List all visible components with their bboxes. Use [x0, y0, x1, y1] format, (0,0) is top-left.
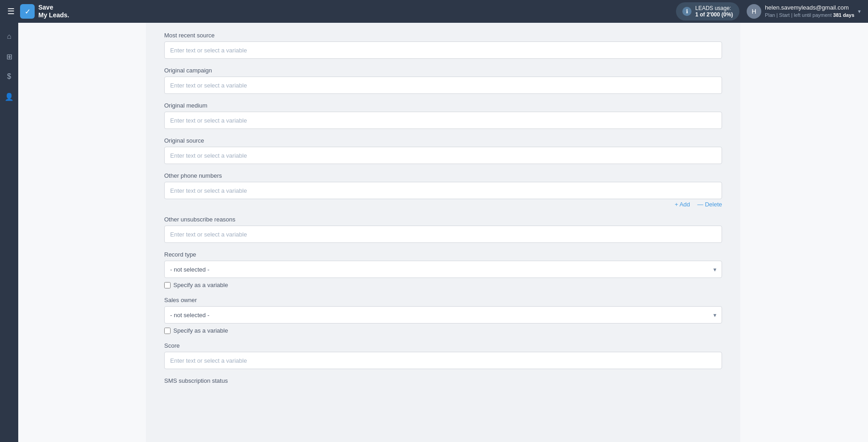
- most-recent-source-group: Most recent source: [164, 32, 722, 59]
- sales-owner-specify-checkbox[interactable]: [164, 328, 171, 334]
- leads-usage-text: LEADS usage: 1 of 2'000 (0%): [695, 5, 733, 18]
- logo-text: Save My Leads.: [38, 4, 69, 19]
- record-type-checkbox-label: Specify as a variable: [173, 282, 228, 288]
- hamburger-icon[interactable]: ☰: [7, 6, 15, 16]
- sales-owner-group: Sales owner - not selected - ▾ Specify a…: [164, 297, 722, 334]
- most-recent-source-input[interactable]: [164, 41, 722, 59]
- record-type-select-wrapper: - not selected - ▾: [164, 261, 722, 278]
- add-link[interactable]: + Add: [675, 201, 690, 208]
- other-unsubscribe-reasons-group: Other unsubscribe reasons: [164, 216, 722, 243]
- user-badge[interactable]: H helen.savemyleads@gmail.com Plan | Sta…: [747, 4, 861, 19]
- record-type-checkbox-row: Specify as a variable: [164, 282, 722, 288]
- right-panel: [740, 23, 868, 442]
- sales-owner-checkbox-row: Specify as a variable: [164, 327, 722, 334]
- most-recent-source-label: Most recent source: [164, 32, 722, 39]
- add-delete-row: + Add — Delete: [164, 201, 722, 208]
- original-source-input[interactable]: [164, 147, 722, 164]
- sales-owner-select-wrapper: - not selected - ▾: [164, 306, 722, 324]
- leads-usage-badge: ℹ LEADS usage: 1 of 2'000 (0%): [676, 2, 739, 21]
- logo: ✓ Save My Leads.: [20, 4, 69, 19]
- top-navigation: ☰ ✓ Save My Leads. ℹ LEADS usage: 1 of 2…: [0, 0, 868, 23]
- other-unsubscribe-reasons-label: Other unsubscribe reasons: [164, 216, 722, 223]
- user-avatar: H: [747, 4, 761, 19]
- score-input[interactable]: [164, 352, 722, 369]
- sms-subscription-status-group: SMS subscription status: [164, 377, 722, 384]
- original-medium-input[interactable]: [164, 112, 722, 129]
- original-medium-label: Original medium: [164, 102, 722, 109]
- sales-owner-label: Sales owner: [164, 297, 722, 303]
- record-type-specify-checkbox[interactable]: [164, 282, 171, 288]
- original-campaign-group: Original campaign: [164, 67, 722, 94]
- sms-subscription-status-label: SMS subscription status: [164, 377, 722, 384]
- delete-link[interactable]: — Delete: [697, 201, 722, 208]
- other-phone-numbers-group: Other phone numbers + Add — Delete: [164, 172, 722, 208]
- sales-owner-select[interactable]: - not selected -: [164, 306, 722, 324]
- original-source-group: Original source: [164, 137, 722, 164]
- info-icon: ℹ: [682, 7, 691, 16]
- original-medium-group: Original medium: [164, 102, 722, 129]
- main-wrapper: Most recent source Original campaign Ori…: [18, 23, 868, 442]
- logo-icon: ✓: [20, 4, 35, 19]
- original-source-label: Original source: [164, 137, 722, 144]
- sidebar-item-billing[interactable]: $: [1, 68, 17, 85]
- other-phone-numbers-input[interactable]: [164, 182, 722, 199]
- other-phone-numbers-label: Other phone numbers: [164, 172, 722, 179]
- content-area: Most recent source Original campaign Ori…: [146, 23, 740, 442]
- sidebar-item-home[interactable]: ⌂: [1, 28, 17, 45]
- original-campaign-label: Original campaign: [164, 67, 722, 74]
- user-plan: Plan | Start | left until payment 381 da…: [765, 12, 854, 19]
- sales-owner-checkbox-label: Specify as a variable: [173, 327, 228, 334]
- other-unsubscribe-reasons-input[interactable]: [164, 226, 722, 243]
- record-type-group: Record type - not selected - ▾ Specify a…: [164, 251, 722, 288]
- record-type-label: Record type: [164, 251, 722, 258]
- sidebar-item-account[interactable]: 👤: [1, 88, 17, 105]
- chevron-down-icon[interactable]: ▾: [858, 8, 861, 15]
- sidebar: ⌂ ⊞ $ 👤: [0, 23, 18, 442]
- user-info: helen.savemyleads@gmail.com Plan | Start…: [765, 4, 854, 19]
- score-label: Score: [164, 342, 722, 349]
- left-panel: [18, 23, 146, 442]
- score-group: Score: [164, 342, 722, 369]
- record-type-select[interactable]: - not selected -: [164, 261, 722, 278]
- sidebar-item-connections[interactable]: ⊞: [1, 48, 17, 65]
- original-campaign-input[interactable]: [164, 77, 722, 94]
